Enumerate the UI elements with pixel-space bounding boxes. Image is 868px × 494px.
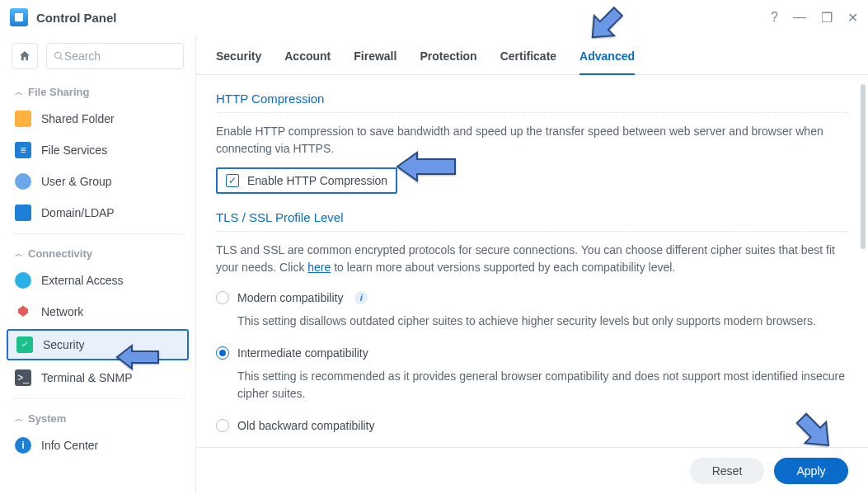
sidebar-item-terminal-snmp[interactable]: >_Terminal & SNMP [0,362,195,393]
folder-icon [15,111,31,127]
sidebar-item-network[interactable]: Network [0,296,195,327]
sidebar-item-label: Info Center [41,439,98,452]
globe-icon [15,272,31,289]
tab-firewall[interactable]: Firewall [354,49,396,74]
radio-label: Modern compatibility [237,291,343,304]
title-bar: Control Panel ? — ❐ ✕ [0,0,868,35]
search-field[interactable] [46,43,184,69]
reset-button[interactable]: Reset [690,458,764,484]
group-connectivity[interactable]: ︿Connectivity [0,239,195,265]
tab-account[interactable]: Account [284,49,331,74]
sidebar-item-shared-folder[interactable]: Shared Folder [0,103,195,134]
section-tls-ssl: TLS / SSL Profile Level [216,210,848,232]
chevron-up-icon: ︿ [15,413,23,425]
help-icon[interactable]: ? [771,10,778,26]
radio-label: Old backward compatibility [237,419,375,432]
footer: Reset Apply [196,447,868,494]
tab-certificate[interactable]: Certificate [500,49,556,74]
main-panel: Security Account Firewall Protection Cer… [196,35,868,494]
chevron-up-icon: ︿ [15,87,23,98]
checkbox-label: Enable HTTP Compression [247,174,387,187]
user-icon [15,173,31,190]
divider [12,233,184,234]
divider [12,398,184,399]
sidebar-item-file-services[interactable]: ≡File Services [0,134,195,166]
sidebar-item-label: Shared Folder [41,112,115,125]
search-input[interactable] [64,49,176,63]
radio-icon [216,291,229,304]
sidebar-item-security[interactable]: Security [7,329,189,360]
group-file-sharing[interactable]: ︿File Sharing [0,78,195,103]
svg-point-0 [55,52,61,58]
modern-desc: This setting disallows outdated cipher s… [216,309,848,341]
tls-desc: TLS and SSL are common encrypted protoco… [216,242,848,276]
tab-security[interactable]: Security [216,49,261,74]
search-icon [54,50,64,62]
sidebar: ︿File Sharing Shared Folder ≡File Servic… [0,35,196,494]
svg-line-1 [60,58,63,60]
sidebar-item-external-access[interactable]: External Access [0,265,195,296]
file-services-icon: ≡ [15,142,31,158]
tab-protection[interactable]: Protection [420,49,476,74]
info-icon: i [15,437,31,454]
sidebar-item-domain-ldap[interactable]: Domain/LDAP [0,197,195,228]
sidebar-item-label: Network [41,305,83,318]
maximize-icon[interactable]: ❐ [821,10,833,26]
home-button[interactable] [12,43,38,69]
tab-bar: Security Account Firewall Protection Cer… [196,35,868,75]
app-icon [10,8,28,26]
radio-label: Intermediate compatibility [237,346,368,360]
tab-advanced[interactable]: Advanced [579,49,635,74]
radio-modern-compatibility[interactable]: Modern compatibility i [216,286,848,309]
sidebar-item-user-group[interactable]: User & Group [0,166,195,197]
close-icon[interactable]: ✕ [847,10,858,26]
home-icon [18,49,31,63]
sidebar-item-label: External Access [41,274,124,287]
http-compression-desc: Enable HTTP compression to save bandwidt… [216,123,848,158]
content-area: HTTP Compression Enable HTTP compression… [196,75,868,447]
sidebar-item-label: Domain/LDAP [41,206,115,219]
radio-old-backward-compatibility[interactable]: Old backward compatibility [216,414,848,437]
chevron-up-icon: ︿ [15,248,23,260]
sidebar-item-label: File Services [41,143,107,157]
section-http-compression: HTTP Compression [216,92,848,113]
scrollbar[interactable] [861,84,866,249]
network-icon [15,303,31,320]
apply-button[interactable]: Apply [774,458,848,484]
sidebar-item-label: Terminal & SNMP [41,371,132,384]
radio-icon [216,346,229,360]
intermediate-desc: This setting is recommended as it provid… [216,365,848,414]
window-title: Control Panel [36,11,117,25]
enable-http-compression-checkbox[interactable]: ✓ Enable HTTP Compression [216,167,397,194]
info-icon[interactable]: i [354,291,368,304]
terminal-icon: >_ [15,369,31,386]
sidebar-item-label: User & Group [41,175,112,188]
group-system[interactable]: ︿System [0,404,195,430]
checkbox-icon: ✓ [226,174,239,187]
minimize-icon[interactable]: — [793,10,806,26]
sidebar-item-label: Security [43,338,85,351]
sidebar-item-info-center[interactable]: iInfo Center [0,430,195,461]
radio-intermediate-compatibility[interactable]: Intermediate compatibility [216,341,848,365]
here-link[interactable]: here [307,261,331,274]
domain-icon [15,205,31,221]
radio-icon [216,419,229,432]
shield-icon [16,336,33,353]
